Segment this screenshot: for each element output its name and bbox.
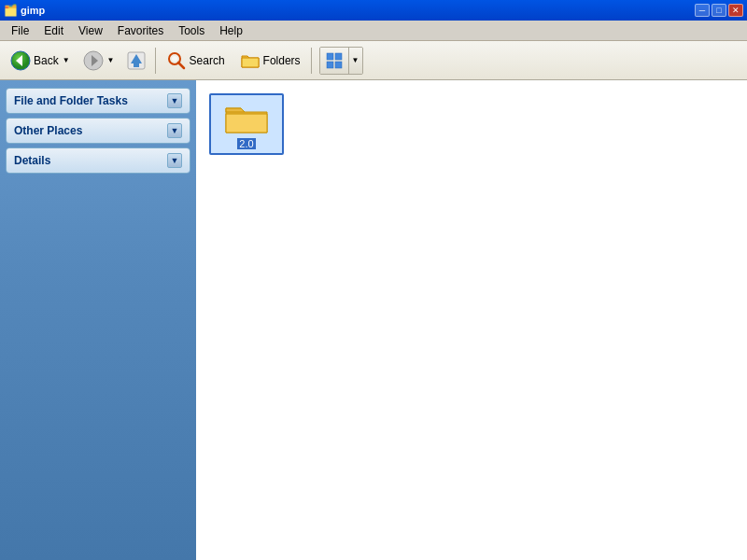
close-button[interactable]: ✕ <box>728 4 743 17</box>
forward-button[interactable]: ▼ <box>78 46 120 76</box>
app-icon: 🗂️ <box>4 4 17 17</box>
file-folder-tasks-section: File and Folder Tasks ▼ <box>6 88 190 114</box>
minimize-button[interactable]: ─ <box>695 4 710 17</box>
chevron-down-icon: ▼ <box>171 96 179 105</box>
search-icon <box>166 50 187 71</box>
up-button[interactable] <box>121 46 151 76</box>
folders-icon <box>240 50 261 71</box>
details-label: Details <box>14 154 50 167</box>
view-icon-button[interactable] <box>320 48 348 74</box>
chevron-down-icon-2: ▼ <box>171 126 179 135</box>
svg-rect-11 <box>335 53 342 60</box>
menu-file[interactable]: File <box>4 22 36 39</box>
svg-rect-10 <box>327 53 333 60</box>
folder-icon <box>224 99 269 136</box>
toolbar: Back ▼ ▼ S <box>0 41 747 80</box>
view-chevron-icon: ▼ <box>352 56 359 64</box>
forward-icon <box>83 50 104 71</box>
title-bar-left: 🗂️ gimp <box>4 4 45 17</box>
file-folder-tasks-collapse-icon: ▼ <box>167 93 182 108</box>
menu-favorites[interactable]: Favorites <box>110 22 171 39</box>
svg-rect-13 <box>335 62 342 68</box>
main-layout: File and Folder Tasks ▼ Other Places ▼ D… <box>0 80 747 560</box>
folder-item[interactable]: 2.0 <box>209 93 284 155</box>
title-bar: 🗂️ gimp ─ □ ✕ <box>0 0 747 21</box>
folder-name: 2.0 <box>237 138 255 149</box>
chevron-down-icon-3: ▼ <box>171 156 179 165</box>
details-header[interactable]: Details ▼ <box>7 148 190 173</box>
toolbar-separator-2 <box>311 48 312 74</box>
other-places-header[interactable]: Other Places ▼ <box>7 119 190 143</box>
menu-help[interactable]: Help <box>212 22 250 39</box>
forward-dropdown-icon[interactable]: ▼ <box>107 56 115 64</box>
details-collapse-icon: ▼ <box>167 153 182 168</box>
svg-rect-6 <box>134 63 139 67</box>
view-selector[interactable]: ▼ <box>319 47 363 75</box>
other-places-label: Other Places <box>14 124 82 137</box>
svg-line-8 <box>178 63 184 68</box>
back-icon <box>10 50 31 71</box>
window-controls: ─ □ ✕ <box>695 4 743 17</box>
menu-view[interactable]: View <box>71 22 110 39</box>
window-title: gimp <box>21 5 45 16</box>
svg-rect-12 <box>327 62 333 68</box>
restore-button[interactable]: □ <box>712 4 726 17</box>
search-label: Search <box>190 54 225 67</box>
other-places-collapse-icon: ▼ <box>167 123 182 138</box>
toolbar-separator-1 <box>155 48 156 74</box>
folders-button[interactable]: Folders <box>233 46 307 76</box>
file-folder-tasks-header[interactable]: File and Folder Tasks ▼ <box>7 89 190 113</box>
file-folder-tasks-label: File and Folder Tasks <box>14 94 128 107</box>
menu-edit[interactable]: Edit <box>36 22 71 39</box>
view-dropdown-button[interactable]: ▼ <box>348 48 362 74</box>
left-panel: File and Folder Tasks ▼ Other Places ▼ D… <box>0 80 196 560</box>
menu-tools[interactable]: Tools <box>171 22 212 39</box>
svg-point-9 <box>172 56 177 62</box>
folders-label: Folders <box>263 54 301 67</box>
details-section: Details ▼ <box>6 147 190 174</box>
up-icon <box>126 50 147 71</box>
back-button[interactable]: Back ▼ <box>4 46 77 76</box>
search-button[interactable]: Search <box>160 46 232 76</box>
other-places-section: Other Places ▼ <box>6 118 190 144</box>
back-dropdown-icon[interactable]: ▼ <box>63 56 70 64</box>
back-label: Back <box>34 54 59 67</box>
menu-bar: File Edit View Favorites Tools Help <box>0 21 747 41</box>
content-area: 2.0 <box>196 80 747 560</box>
